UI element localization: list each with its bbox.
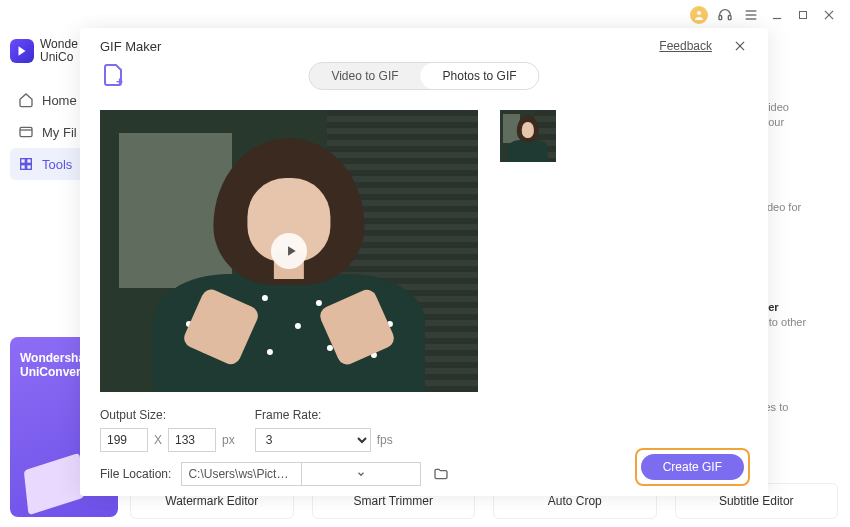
avatar-icon[interactable] [690, 6, 708, 24]
floppy-icon [24, 453, 85, 515]
mode-tabs: Video to GIF Photos to GIF [308, 62, 539, 90]
file-location-text: C:\Users\ws\Pictures\Wondershare UniConv… [182, 467, 301, 481]
svg-rect-1 [719, 16, 722, 20]
brand-line2: UniCo [40, 51, 78, 64]
menu-icon[interactable] [742, 6, 760, 24]
create-gif-highlight: Create GIF [635, 448, 750, 486]
svg-rect-2 [728, 16, 731, 20]
maximize-icon[interactable] [794, 6, 812, 24]
sidebar-item-label: Tools [42, 157, 72, 172]
output-height-input[interactable] [168, 428, 216, 452]
headset-icon[interactable] [716, 6, 734, 24]
svg-rect-11 [21, 159, 26, 164]
tab-photos-to-gif[interactable]: Photos to GIF [421, 63, 539, 89]
add-file-icon[interactable]: + [100, 62, 126, 88]
frame-rate-label: Frame Rate: [255, 408, 393, 422]
sidebar-item-label: Home [42, 93, 77, 108]
svg-point-0 [697, 11, 701, 15]
svg-rect-10 [20, 128, 32, 137]
output-size-label: Output Size: [100, 408, 235, 422]
svg-text:+: + [116, 75, 123, 87]
tab-video-to-gif[interactable]: Video to GIF [309, 63, 420, 89]
file-location-label: File Location: [100, 467, 171, 481]
chevron-down-icon[interactable] [301, 463, 421, 485]
minimize-icon[interactable] [768, 6, 786, 24]
svg-rect-7 [800, 12, 807, 19]
preview-area[interactable] [100, 110, 478, 392]
titlebar [0, 0, 850, 30]
feedback-link[interactable]: Feedback [659, 39, 712, 53]
create-gif-button[interactable]: Create GIF [641, 454, 744, 480]
size-x-label: X [154, 433, 162, 447]
thumbnail[interactable] [500, 110, 556, 162]
svg-rect-13 [21, 165, 26, 170]
px-label: px [222, 433, 235, 447]
output-width-input[interactable] [100, 428, 148, 452]
logo-icon [10, 39, 34, 63]
play-icon[interactable] [271, 233, 307, 269]
svg-rect-14 [27, 165, 32, 170]
svg-rect-12 [27, 159, 32, 164]
frame-rate-select[interactable]: 3 [255, 428, 371, 452]
modal-title: GIF Maker [100, 39, 161, 54]
open-folder-icon[interactable] [431, 464, 451, 484]
close-icon[interactable] [732, 38, 748, 54]
file-location-path[interactable]: C:\Users\ws\Pictures\Wondershare UniConv… [181, 462, 421, 486]
window-close-icon[interactable] [820, 6, 838, 24]
gif-maker-modal: GIF Maker Feedback + Video to GIF Photos… [80, 28, 768, 496]
fps-label: fps [377, 433, 393, 447]
sidebar-item-label: My Fil [42, 125, 77, 140]
